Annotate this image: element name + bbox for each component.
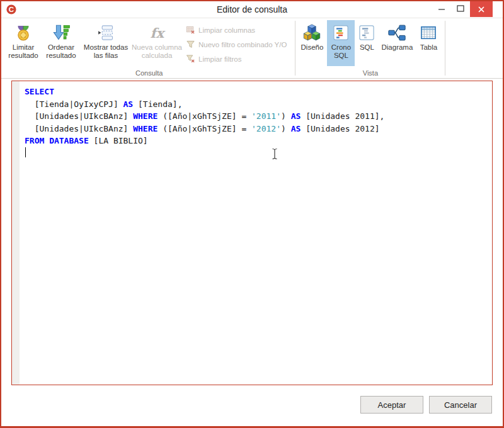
query-editor-window: C Editor de consulta xyxy=(0,0,504,428)
sort-descending-icon xyxy=(52,22,70,43)
minimize-icon xyxy=(436,3,447,14)
ribbon: Limitar resultado Ordenar resultado xyxy=(1,18,503,79)
clear-filters-button[interactable]: Limpiar filtros xyxy=(182,52,292,66)
view-crono-sql-button[interactable]: Crono SQL xyxy=(327,20,355,66)
new-combined-filter-label: Nuevo filtro combinado Y/O xyxy=(198,41,287,48)
clear-filters-icon xyxy=(186,54,195,64)
view-sql-label: SQL xyxy=(360,43,374,52)
view-crono-sql-label: Crono SQL xyxy=(327,43,355,60)
editor-gutter xyxy=(12,81,20,385)
show-all-rows-label: Mostrar todas las filas xyxy=(80,43,132,60)
show-all-rows-button[interactable]: Mostrar todas las filas xyxy=(80,20,132,66)
table-icon xyxy=(420,22,437,43)
ribbon-separator xyxy=(445,21,445,76)
maximize-button[interactable] xyxy=(451,1,470,16)
code-line: [Unidades|UIkcBAnz] WHERE ([Año|xGhTSjZE… xyxy=(25,123,491,135)
svg-text:fx: fx xyxy=(151,25,166,41)
crono-logo-icon: C xyxy=(6,4,17,15)
sort-result-button[interactable]: Ordenar resultado xyxy=(42,20,80,66)
view-table-label: Tabla xyxy=(420,43,438,52)
medal-icon xyxy=(14,22,32,43)
fx-icon: fx xyxy=(148,22,166,43)
ibeam-cursor-icon xyxy=(271,148,278,162)
code-line: SELECT xyxy=(25,86,491,98)
accept-button[interactable]: Aceptar xyxy=(360,396,423,414)
ribbon-group-consulta: Limitar resultado Ordenar resultado xyxy=(3,18,295,78)
clear-filters-label: Limpiar filtros xyxy=(198,55,241,63)
window-controls xyxy=(432,1,503,18)
limit-result-button[interactable]: Limitar resultado xyxy=(4,20,42,66)
close-button[interactable] xyxy=(470,1,493,17)
view-sql-button[interactable]: SQL xyxy=(355,20,379,66)
ribbon-group-vista: Diseño Crono SQL xyxy=(295,18,445,78)
combined-filter-funnel-icon xyxy=(186,40,195,49)
crono-sql-icon xyxy=(332,22,350,43)
view-diagram-label: Diagrama xyxy=(381,43,413,52)
consulta-stack: Limpiar columnas Nuevo filtro combinado … xyxy=(182,20,292,66)
group-label-consulta: Consulta xyxy=(3,69,295,77)
cancel-button[interactable]: Cancelar xyxy=(429,396,492,414)
text-caret xyxy=(25,147,26,157)
code-line: [Unidades|UIkcBAnz] WHERE ([Año|xGhTSjZE… xyxy=(25,110,491,123)
code-line: FROM DATABASE [LA BIBLIO] xyxy=(25,135,491,147)
clear-columns-icon xyxy=(186,25,195,35)
code-line: [Tienda|OyIxyCPJ] AS [Tienda], xyxy=(25,98,491,111)
diagram-icon xyxy=(387,22,406,43)
cubes-icon xyxy=(302,22,321,43)
limit-result-label: Limitar resultado xyxy=(4,43,42,60)
new-calculated-column-button[interactable]: fx Nueva columna calculada xyxy=(132,20,182,66)
window-title: Editor de consulta xyxy=(1,4,503,14)
close-icon xyxy=(476,4,487,15)
clear-columns-label: Limpiar columnas xyxy=(198,26,255,34)
sql-icon xyxy=(358,22,375,43)
maximize-icon xyxy=(455,3,466,14)
svg-text:C: C xyxy=(9,6,14,13)
group-label-vista: Vista xyxy=(295,69,445,77)
sort-result-label: Ordenar resultado xyxy=(42,43,80,60)
sql-editor[interactable]: SELECT [Tienda|OyIxyCPJ] AS [Tienda], [U… xyxy=(11,81,493,385)
sql-code: SELECT [Tienda|OyIxyCPJ] AS [Tienda], [U… xyxy=(25,86,491,159)
view-design-button[interactable]: Diseño xyxy=(297,20,327,66)
code-line xyxy=(25,147,491,160)
minimize-button[interactable] xyxy=(432,1,451,16)
new-calculated-column-label: Nueva columna calculada xyxy=(132,43,182,60)
clear-columns-button[interactable]: Limpiar columnas xyxy=(182,23,292,37)
view-design-label: Diseño xyxy=(301,43,324,52)
new-combined-filter-button[interactable]: Nuevo filtro combinado Y/O xyxy=(182,37,292,52)
view-diagram-button[interactable]: Diagrama xyxy=(379,20,415,66)
rows-icon xyxy=(97,22,115,43)
view-table-button[interactable]: Tabla xyxy=(415,20,442,66)
title-bar: C Editor de consulta xyxy=(1,1,503,18)
